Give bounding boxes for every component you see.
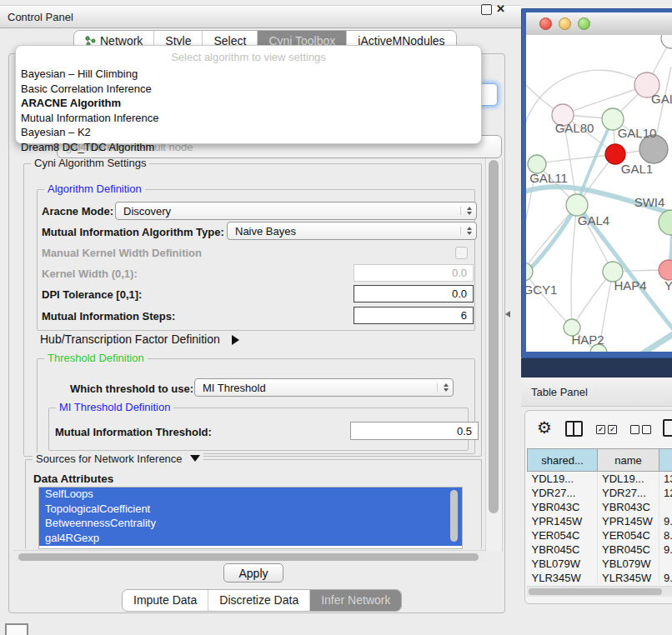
algorithm-definition-title: Algorithm Definition — [44, 182, 145, 195]
table-cell: YBL079W — [528, 557, 598, 571]
table-cell: 9. — [659, 571, 672, 584]
dpi-tolerance-label: DPI Tolerance [0,1]: — [42, 288, 142, 301]
minimized-panel-icon[interactable] — [5, 623, 28, 635]
algorithm-option[interactable]: Basic Correlation Inference — [16, 82, 481, 97]
algorithm-option[interactable]: Mutual Information Inference — [16, 111, 481, 126]
infer-tabbar: Impute DataDiscretize DataInfer Network — [122, 589, 402, 612]
expander-right-icon — [232, 335, 239, 345]
spinner-arrows-icon — [437, 383, 449, 392]
column-header-3[interactable]: A — [659, 449, 672, 472]
which-threshold-combobox[interactable]: MI Threshold — [194, 378, 454, 397]
table-cell: 12 — [659, 486, 672, 500]
gear-icon[interactable]: ⚙ — [537, 418, 552, 438]
tab-impute-data[interactable]: Impute Data — [123, 590, 208, 611]
table-cell: 8. — [659, 528, 672, 542]
table-horizontal-scrollbar-thumb[interactable] — [529, 588, 662, 595]
control-panel-titlebar: Control Panel — [0, 5, 521, 28]
hub-definition-label: Hub/Transcription Factor Definition — [40, 332, 220, 346]
attribute-list-scrollbar[interactable] — [450, 490, 458, 542]
table-row[interactable]: YPR145WYPR145W9. — [528, 514, 672, 528]
manual-kernel-checkbox[interactable] — [455, 247, 468, 259]
file-icon[interactable] — [663, 419, 672, 437]
dpi-tolerance-field[interactable]: 0.0 — [354, 285, 474, 302]
float-icon[interactable] — [481, 4, 492, 15]
table-cell: YBR043C — [528, 500, 598, 514]
table-cell: 13 — [659, 472, 672, 487]
network-view-window[interactable]: GALGAL80GAL10GAL1GAL11GAL4SWI4HAP4YGCY1H… — [521, 8, 672, 358]
network-window-titlebar[interactable] — [526, 12, 672, 36]
mi-threshold-label: Mutual Information Threshold: — [55, 426, 212, 438]
mi-steps-field[interactable]: 6 — [354, 307, 474, 324]
algorithm-option[interactable]: ARACNE Algorithm — [16, 96, 481, 111]
close-icon[interactable]: ✕ — [496, 3, 505, 15]
aracne-mode-value: Discovery — [123, 205, 171, 218]
node-label: GAL — [651, 92, 672, 106]
mi-type-combobox[interactable]: Naive Bayes — [227, 222, 477, 240]
node-label: GAL11 — [529, 171, 568, 185]
minimize-traffic-light-icon[interactable] — [559, 18, 571, 30]
split-columns-icon[interactable] — [565, 421, 583, 437]
splitter-collapse-icon[interactable] — [505, 311, 510, 318]
sources-title[interactable]: Sources for Network Inference — [33, 452, 203, 465]
column-header-1[interactable]: shared... — [528, 449, 598, 472]
table-cell: YPR145W — [598, 514, 659, 528]
table-row[interactable]: YDR27...YDR27...12 — [528, 486, 672, 500]
node-table[interactable]: shared...nameAYDL19...YDL19...13YDR27...… — [527, 448, 672, 584]
table-row[interactable]: YER054CYER054C8. — [528, 528, 672, 542]
algorithm-dropdown-hint: Select algorithm to view settings — [16, 46, 481, 63]
network-edge — [563, 85, 647, 115]
control-panel-title: Control Panel — [0, 11, 73, 23]
table-row[interactable]: YBL079WYBL079W — [528, 557, 672, 571]
tab-infer-network[interactable]: Infer Network — [309, 590, 401, 611]
apply-button-label: Apply — [238, 567, 268, 580]
settings-vertical-scrollbar[interactable] — [485, 158, 503, 552]
kernel-width-label: Kernel Width (0,1): — [42, 268, 138, 280]
zoom-traffic-light-icon[interactable] — [578, 18, 590, 30]
attribute-list-item[interactable]: TopologicalCoefficient — [39, 502, 462, 518]
table-cell: YER054C — [528, 528, 598, 542]
which-threshold-label: Which threshold to use: — [70, 382, 193, 395]
node-label: HAP4 — [614, 278, 646, 292]
table-panel-titlebar: Table Panel — [521, 378, 672, 407]
settings-horizontal-scrollbar[interactable] — [13, 550, 485, 562]
network-node-node-salmon[interactable] — [659, 260, 672, 280]
table-row[interactable]: YLR345WYLR345W9. — [528, 571, 672, 584]
close-traffic-light-icon[interactable] — [539, 18, 552, 30]
table-cell — [659, 557, 672, 571]
network-node-SWI4[interactable] — [659, 210, 672, 235]
network-node-node-top[interactable] — [661, 35, 672, 48]
which-threshold-value: MI Threshold — [203, 382, 266, 394]
algorithm-option[interactable]: Bayesian – Hill Climbing — [16, 67, 481, 82]
algorithm-option[interactable]: Dream8 DC_TDC Algorithm — [16, 140, 481, 155]
table-cell: YDL19... — [598, 472, 659, 487]
kernel-width-field[interactable]: 0.0 — [354, 264, 474, 282]
deselect-all-columns-icon[interactable] — [630, 425, 654, 434]
network-edge — [526, 272, 572, 328]
data-attributes-list[interactable]: SelfLoopsTopologicalCoefficientBetweenne… — [38, 487, 463, 549]
table-horizontal-scrollbar[interactable] — [527, 586, 672, 597]
column-header-2[interactable]: name — [598, 449, 659, 472]
network-canvas[interactable]: GALGAL80GAL10GAL1GAL11GAL4SWI4HAP4YGCY1H… — [526, 35, 672, 352]
hub-definition-expander[interactable]: Hub/Transcription Factor Definition — [40, 332, 239, 346]
algorithm-option[interactable]: Bayesian – K2 — [16, 125, 481, 140]
table-row[interactable]: YBR043CYBR043C — [528, 500, 672, 514]
tab-discretize-data[interactable]: Discretize Data — [208, 590, 309, 611]
table-row[interactable]: YDL19...YDL19...13 — [528, 472, 672, 487]
table-cell: YDR27... — [598, 486, 659, 500]
network-edge-thick — [624, 330, 672, 352]
settings-horizontal-scrollbar-thumb[interactable] — [18, 553, 479, 561]
node-label: GCY1 — [526, 282, 557, 297]
attribute-list-item[interactable]: BetweennessCentrality — [39, 517, 462, 532]
data-attributes-label: Data Attributes — [33, 472, 113, 485]
table-row[interactable]: YBR045CYBR045C9. — [528, 542, 672, 557]
table-cell: 9. — [659, 514, 672, 528]
aracne-mode-combobox[interactable]: Discovery — [115, 202, 477, 220]
mi-threshold-field[interactable]: 0.5 — [350, 422, 479, 440]
apply-button[interactable]: Apply — [223, 563, 283, 582]
attribute-list-item[interactable]: gal4RGexp — [39, 532, 462, 547]
network-graph[interactable]: GALGAL80GAL10GAL1GAL11GAL4SWI4HAP4YGCY1H… — [526, 35, 672, 352]
select-all-columns-icon[interactable]: ✓✓ — [596, 425, 619, 434]
node-label: GAL10 — [618, 126, 657, 140]
attribute-list-item[interactable]: SelfLoops — [39, 488, 462, 502]
settings-vertical-scrollbar-thumb[interactable] — [489, 160, 499, 513]
